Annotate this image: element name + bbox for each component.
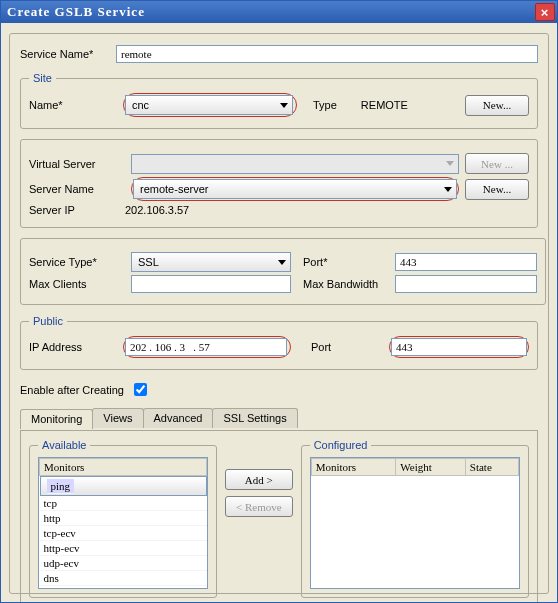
server-ip-value: 202.106.3.57 [125,204,189,216]
available-legend: Available [38,439,90,451]
virtual-server-new-button: New ... [465,153,529,174]
max-clients-label: Max Clients [29,278,125,290]
highlight-ring [389,336,529,358]
service-name-input[interactable] [116,45,538,63]
configured-fieldset: Configured Monitors Weight State [301,439,529,598]
tab-views[interactable]: Views [92,408,143,428]
configured-header-state[interactable]: State [465,459,518,476]
server-fieldset: Virtual Server New ... Server Name remot… [20,139,538,228]
available-table: Monitors pingtcphttptcp-ecvhttp-ecvudp-e… [39,458,207,589]
max-clients-input[interactable] [131,275,291,293]
list-item[interactable]: http-ecv [40,541,207,556]
site-fieldset: Site Name* cnc Type REMOTE New... [20,72,538,129]
server-name-new-button[interactable]: New... [465,179,529,200]
remove-button: < Remove [225,496,293,517]
monitor-name: tcp-ecv [40,526,207,541]
public-port-label: Port [311,341,383,353]
highlight-ring: cnc [123,93,297,117]
server-name-label: Server Name [29,183,125,195]
close-icon[interactable]: × [535,3,555,21]
main-panel: Service Name* Site Name* cnc Type REMOTE [9,33,549,594]
chevron-down-icon [278,260,286,265]
monitor-name: dns [40,571,207,586]
title-bar: Create GSLB Service × [1,1,557,23]
server-ip-label: Server IP [29,204,125,216]
list-item[interactable]: udp-ecv [40,556,207,571]
list-item[interactable]: ftp [40,586,207,590]
monitor-name: ftp [40,586,207,590]
available-listbox[interactable]: Monitors pingtcphttptcp-ecvhttp-ecvudp-e… [38,457,208,589]
public-legend: Public [29,315,67,327]
virtual-server-label: Virtual Server [29,158,125,170]
service-name-label: Service Name* [20,48,116,60]
site-name-select[interactable]: cnc [125,95,293,115]
site-name-value: cnc [132,99,149,111]
service-name-row: Service Name* [20,45,538,63]
public-ip-input[interactable] [125,338,287,356]
public-port-input[interactable] [391,338,527,356]
monitor-name: udp-ecv [40,556,207,571]
service-type-label: Service Type* [29,256,125,268]
tab-ssl-settings[interactable]: SSL Settings [212,408,297,428]
service-type-value: SSL [138,256,159,268]
max-bandwidth-label: Max Bandwidth [303,278,389,290]
tabs: Monitoring Views Advanced SSL Settings [20,408,538,428]
list-item[interactable]: http [40,511,207,526]
list-item[interactable]: dns [40,571,207,586]
site-legend: Site [29,72,56,84]
configured-legend: Configured [310,439,372,451]
dialog-body: Service Name* Site Name* cnc Type REMOTE [1,23,557,602]
tab-advanced[interactable]: Advanced [143,408,214,428]
site-type-label: Type [313,99,337,111]
configured-listbox[interactable]: Monitors Weight State [310,457,520,589]
tab-monitoring[interactable]: Monitoring [20,409,93,429]
port-label: Port* [303,256,389,268]
chevron-down-icon [280,103,288,108]
chevron-down-icon [446,161,454,166]
list-item[interactable]: tcp [40,496,207,511]
public-fieldset: Public IP Address Port [20,315,538,370]
chevron-down-icon [444,187,452,192]
tab-panel-monitoring: Available Monitors pingtcphttptcp-ecvhtt… [20,430,538,602]
max-bandwidth-input[interactable] [395,275,537,293]
configured-header-weight[interactable]: Weight [396,459,466,476]
public-ip-label: IP Address [29,341,117,353]
add-button[interactable]: Add > [225,469,293,490]
available-fieldset: Available Monitors pingtcphttptcp-ecvhtt… [29,439,217,598]
server-name-value: remote-server [140,183,208,195]
site-new-button[interactable]: New... [465,95,529,116]
available-header[interactable]: Monitors [40,459,207,476]
window-title: Create GSLB Service [7,4,145,20]
port-input[interactable] [395,253,537,271]
highlight-ring: remote-server [131,177,459,201]
enable-after-creating-checkbox[interactable] [134,383,147,396]
virtual-server-select [131,154,459,174]
site-type-value: REMOTE [361,99,408,111]
monitor-name: http-ecv [40,541,207,556]
monitor-name: http [40,511,207,526]
dialog-window: Create GSLB Service × Service Name* Site… [0,0,558,603]
configured-table: Monitors Weight State [311,458,519,476]
monitor-name: tcp [40,496,207,511]
enable-after-creating-label: Enable after Creating [20,384,124,396]
configured-header-monitors[interactable]: Monitors [311,459,396,476]
list-item[interactable]: ping [40,476,207,496]
server-name-select[interactable]: remote-server [133,179,457,199]
enable-row: Enable after Creating [20,380,538,399]
service-fieldset: Service Type* SSL Port* Max Clients Max … [20,238,546,305]
highlight-ring [123,336,291,358]
site-name-label: Name* [29,99,117,111]
service-type-select[interactable]: SSL [131,252,291,272]
transfer-buttons: Add > < Remove [225,469,293,517]
list-item[interactable]: tcp-ecv [40,526,207,541]
monitor-name: ping [47,479,75,494]
